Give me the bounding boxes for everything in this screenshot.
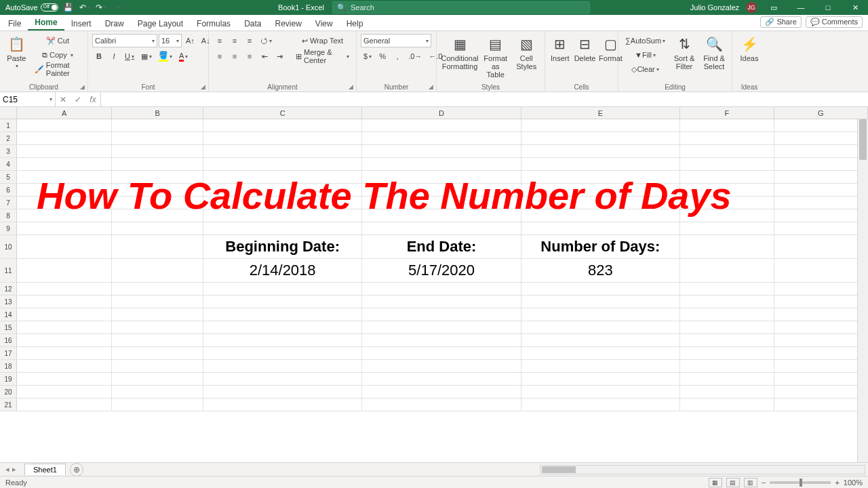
row-header[interactable]: 18 <box>0 360 17 372</box>
row-header[interactable]: 9 <box>0 222 17 235</box>
new-sheet-button[interactable]: ⊕ <box>70 463 83 476</box>
minimize-icon[interactable]: — <box>791 0 811 15</box>
user-avatar[interactable]: JG <box>746 2 757 13</box>
cell[interactable]: Beginning Date: <box>203 235 362 258</box>
cell[interactable] <box>362 296 521 308</box>
enter-formula-icon[interactable]: ✓ <box>71 95 85 104</box>
cell[interactable] <box>680 235 774 258</box>
cell[interactable] <box>203 158 362 170</box>
cell[interactable] <box>774 209 868 222</box>
font-color-button[interactable]: A▾ <box>176 49 191 63</box>
cell[interactable] <box>17 296 112 308</box>
cell[interactable] <box>112 283 203 295</box>
cell[interactable] <box>521 132 680 144</box>
cell[interactable] <box>774 158 868 170</box>
cell[interactable] <box>112 296 203 308</box>
italic-button[interactable]: I <box>107 49 121 63</box>
cell[interactable] <box>112 145 203 157</box>
cell[interactable] <box>774 171 868 183</box>
vertical-scrollbar[interactable] <box>857 119 868 464</box>
cell[interactable] <box>17 145 112 157</box>
row-header[interactable]: 6 <box>0 184 17 196</box>
col-header-g[interactable]: G <box>774 107 868 119</box>
autosave-toggle[interactable]: AutoSave Off <box>5 3 58 12</box>
cell[interactable] <box>521 296 680 308</box>
row-header[interactable]: 11 <box>0 259 17 282</box>
cell[interactable] <box>680 296 774 308</box>
tab-home[interactable]: Home <box>28 15 64 30</box>
tab-draw[interactable]: Draw <box>98 16 131 30</box>
find-select-button[interactable]: 🔍Find & Select <box>701 34 728 70</box>
row-header[interactable]: 3 <box>0 145 17 157</box>
fill-button[interactable]: ▼ Fill ▾ <box>623 48 668 62</box>
row-header[interactable]: 8 <box>0 209 17 222</box>
cell[interactable] <box>203 386 362 398</box>
cell[interactable] <box>521 308 680 321</box>
row-header[interactable]: 12 <box>0 283 17 295</box>
font-size-combo[interactable]: 16▾ <box>159 34 182 47</box>
cell[interactable] <box>680 259 774 282</box>
cell[interactable] <box>774 259 868 282</box>
save-icon[interactable]: 💾 <box>62 1 75 14</box>
zoom-in-icon[interactable]: + <box>835 479 839 487</box>
cell[interactable] <box>362 283 521 295</box>
maximize-icon[interactable]: □ <box>818 0 838 15</box>
row-header[interactable]: 7 <box>0 197 17 209</box>
format-painter-button[interactable]: 🖌️ Format Painter <box>32 62 83 76</box>
cell[interactable] <box>17 386 112 398</box>
conditional-formatting-button[interactable]: ▦Conditional Formatting <box>441 34 479 70</box>
cell[interactable] <box>203 373 362 385</box>
cell[interactable] <box>17 222 112 235</box>
comments-button[interactable]: 💬 Comments <box>806 16 863 28</box>
cell[interactable] <box>774 360 868 372</box>
orientation-icon[interactable]: ⭯▾ <box>258 34 275 47</box>
cell[interactable] <box>17 132 112 144</box>
row-header[interactable]: 2 <box>0 132 17 144</box>
cell[interactable] <box>112 132 203 144</box>
horizontal-scrollbar[interactable] <box>540 465 865 474</box>
formula-input[interactable] <box>101 92 868 106</box>
cell[interactable] <box>17 158 112 170</box>
cell[interactable] <box>203 119 362 131</box>
cell[interactable] <box>521 347 680 359</box>
cell[interactable] <box>17 235 112 258</box>
font-name-combo[interactable]: Calibri▾ <box>92 34 157 47</box>
cell[interactable] <box>680 145 774 157</box>
sheet-nav-prev-icon[interactable]: ◂ <box>5 465 9 474</box>
ribbon-display-icon[interactable]: ▭ <box>764 0 784 15</box>
cell[interactable] <box>680 386 774 398</box>
cell[interactable] <box>112 386 203 398</box>
clipboard-launcher-icon[interactable]: ◢ <box>80 83 85 90</box>
search-input[interactable]: 🔍 Search <box>332 1 590 14</box>
cell[interactable] <box>774 119 868 131</box>
align-center-icon[interactable]: ≡ <box>228 49 241 63</box>
cell[interactable] <box>680 321 774 333</box>
row-header[interactable]: 10 <box>0 235 17 258</box>
cell[interactable] <box>112 119 203 131</box>
cell[interactable] <box>17 283 112 295</box>
cell[interactable] <box>112 347 203 359</box>
col-header-d[interactable]: D <box>362 107 521 119</box>
cell[interactable] <box>112 308 203 321</box>
row-header[interactable]: 1 <box>0 119 17 131</box>
qat-customize-icon[interactable]: ▾ <box>111 1 123 14</box>
cell[interactable] <box>774 197 868 209</box>
cell[interactable] <box>362 347 521 359</box>
normal-view-icon[interactable]: ▦ <box>709 478 722 487</box>
fx-icon[interactable]: fx <box>85 95 100 104</box>
insert-cells-button[interactable]: ⊞Insert <box>549 34 571 62</box>
cell[interactable]: End Date: <box>362 235 521 258</box>
fill-color-button[interactable]: 🪣▾ <box>156 49 175 63</box>
cell[interactable] <box>680 119 774 131</box>
cell[interactable] <box>774 184 868 196</box>
cell[interactable] <box>362 360 521 372</box>
sheet-tab[interactable]: Sheet1 <box>24 464 66 475</box>
borders-button[interactable]: ▦▾ <box>138 49 155 63</box>
tab-page-layout[interactable]: Page Layout <box>131 16 190 30</box>
cell[interactable] <box>17 347 112 359</box>
close-icon[interactable]: ✕ <box>845 0 865 15</box>
cell[interactable] <box>17 321 112 333</box>
delete-cells-button[interactable]: ⊟Delete <box>574 34 597 62</box>
cell[interactable] <box>774 283 868 295</box>
col-header-c[interactable]: C <box>203 107 362 119</box>
